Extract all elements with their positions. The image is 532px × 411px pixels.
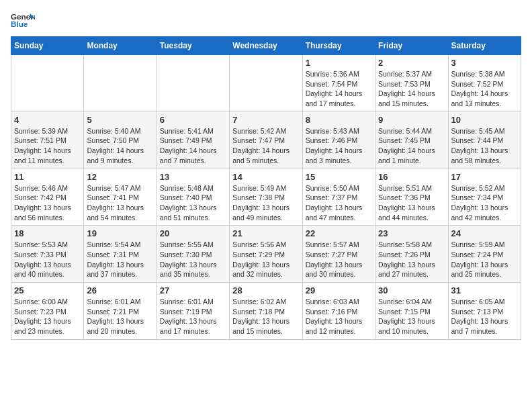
- day-info: Sunrise: 5:47 AM Sunset: 7:41 PM Dayligh…: [87, 183, 153, 223]
- page-header: General Blue: [11, 11, 521, 30]
- calendar-cell: 11Sunrise: 5:46 AM Sunset: 7:42 PM Dayli…: [11, 169, 84, 226]
- header-row: SundayMondayTuesdayWednesdayThursdayFrid…: [11, 37, 521, 55]
- day-info: Sunrise: 6:03 AM Sunset: 7:16 PM Dayligh…: [306, 297, 372, 336]
- column-header-saturday: Saturday: [448, 37, 521, 55]
- day-number: 24: [451, 228, 518, 238]
- day-info: Sunrise: 5:53 AM Sunset: 7:33 PM Dayligh…: [14, 240, 81, 279]
- day-info: Sunrise: 5:58 AM Sunset: 7:26 PM Dayligh…: [378, 240, 445, 279]
- calendar-cell: 25Sunrise: 6:00 AM Sunset: 7:23 PM Dayli…: [11, 283, 84, 340]
- calendar-cell: 14Sunrise: 5:49 AM Sunset: 7:38 PM Dayli…: [230, 169, 302, 226]
- day-number: 13: [160, 172, 226, 182]
- day-number: 18: [14, 228, 81, 238]
- day-number: 28: [232, 285, 299, 295]
- day-number: 31: [451, 285, 518, 295]
- calendar-week-4: 18Sunrise: 5:53 AM Sunset: 7:33 PM Dayli…: [11, 226, 521, 283]
- calendar-cell: 18Sunrise: 5:53 AM Sunset: 7:33 PM Dayli…: [11, 226, 84, 283]
- calendar-cell: [84, 55, 157, 112]
- column-header-thursday: Thursday: [302, 37, 375, 55]
- day-info: Sunrise: 5:54 AM Sunset: 7:31 PM Dayligh…: [87, 240, 153, 279]
- calendar-cell: 27Sunrise: 6:01 AM Sunset: 7:19 PM Dayli…: [157, 283, 229, 340]
- calendar-cell: [157, 55, 229, 112]
- calendar-cell: 10Sunrise: 5:45 AM Sunset: 7:44 PM Dayli…: [448, 111, 521, 169]
- day-info: Sunrise: 6:01 AM Sunset: 7:21 PM Dayligh…: [87, 297, 153, 336]
- calendar-week-2: 4Sunrise: 5:39 AM Sunset: 7:51 PM Daylig…: [11, 111, 521, 169]
- day-info: Sunrise: 6:00 AM Sunset: 7:23 PM Dayligh…: [14, 297, 81, 336]
- day-number: 15: [306, 172, 372, 182]
- calendar-cell: 22Sunrise: 5:57 AM Sunset: 7:27 PM Dayli…: [302, 226, 375, 283]
- day-number: 16: [378, 172, 445, 182]
- calendar-cell: 29Sunrise: 6:03 AM Sunset: 7:16 PM Dayli…: [302, 283, 375, 340]
- day-info: Sunrise: 6:01 AM Sunset: 7:19 PM Dayligh…: [160, 297, 226, 336]
- calendar-cell: 1Sunrise: 5:36 AM Sunset: 7:54 PM Daylig…: [302, 55, 375, 112]
- day-number: 25: [14, 285, 81, 295]
- day-number: 17: [451, 172, 518, 182]
- calendar-header: SundayMondayTuesdayWednesdayThursdayFrid…: [11, 37, 521, 55]
- calendar-cell: 7Sunrise: 5:42 AM Sunset: 7:47 PM Daylig…: [230, 111, 302, 169]
- day-info: Sunrise: 5:42 AM Sunset: 7:47 PM Dayligh…: [232, 126, 299, 166]
- calendar-cell: 21Sunrise: 5:56 AM Sunset: 7:29 PM Dayli…: [230, 226, 302, 283]
- svg-text:Blue: Blue: [11, 19, 28, 28]
- calendar-cell: 13Sunrise: 5:48 AM Sunset: 7:40 PM Dayli…: [157, 169, 229, 226]
- column-header-tuesday: Tuesday: [157, 37, 229, 55]
- day-info: Sunrise: 5:59 AM Sunset: 7:24 PM Dayligh…: [451, 240, 518, 279]
- day-number: 5: [87, 115, 153, 125]
- day-info: Sunrise: 5:55 AM Sunset: 7:30 PM Dayligh…: [160, 240, 226, 279]
- day-info: Sunrise: 5:45 AM Sunset: 7:44 PM Dayligh…: [451, 126, 518, 166]
- calendar-cell: [230, 55, 302, 112]
- day-number: 6: [160, 115, 226, 125]
- day-info: Sunrise: 5:44 AM Sunset: 7:45 PM Dayligh…: [378, 126, 445, 166]
- day-number: 20: [160, 228, 226, 238]
- day-number: 27: [160, 285, 226, 295]
- day-info: Sunrise: 5:46 AM Sunset: 7:42 PM Dayligh…: [14, 183, 81, 223]
- day-info: Sunrise: 5:43 AM Sunset: 7:46 PM Dayligh…: [306, 126, 372, 166]
- day-info: Sunrise: 5:48 AM Sunset: 7:40 PM Dayligh…: [160, 183, 226, 223]
- calendar-cell: 28Sunrise: 6:02 AM Sunset: 7:18 PM Dayli…: [230, 283, 302, 340]
- column-header-sunday: Sunday: [11, 37, 84, 55]
- day-info: Sunrise: 5:50 AM Sunset: 7:37 PM Dayligh…: [306, 183, 372, 223]
- day-info: Sunrise: 6:04 AM Sunset: 7:15 PM Dayligh…: [378, 297, 445, 336]
- day-number: 26: [87, 285, 153, 295]
- calendar-cell: 19Sunrise: 5:54 AM Sunset: 7:31 PM Dayli…: [84, 226, 157, 283]
- calendar-cell: 8Sunrise: 5:43 AM Sunset: 7:46 PM Daylig…: [302, 111, 375, 169]
- day-number: 21: [232, 228, 299, 238]
- calendar-cell: 2Sunrise: 5:37 AM Sunset: 7:53 PM Daylig…: [375, 55, 448, 112]
- day-info: Sunrise: 5:52 AM Sunset: 7:34 PM Dayligh…: [451, 183, 518, 223]
- calendar-cell: 26Sunrise: 6:01 AM Sunset: 7:21 PM Dayli…: [84, 283, 157, 340]
- day-number: 10: [451, 115, 518, 125]
- calendar-cell: [11, 55, 84, 112]
- day-info: Sunrise: 5:37 AM Sunset: 7:53 PM Dayligh…: [378, 69, 445, 109]
- calendar-cell: 17Sunrise: 5:52 AM Sunset: 7:34 PM Dayli…: [448, 169, 521, 226]
- day-info: Sunrise: 6:02 AM Sunset: 7:18 PM Dayligh…: [232, 297, 299, 336]
- day-info: Sunrise: 5:51 AM Sunset: 7:36 PM Dayligh…: [378, 183, 445, 223]
- day-number: 11: [14, 172, 81, 182]
- calendar-cell: 23Sunrise: 5:58 AM Sunset: 7:26 PM Dayli…: [375, 226, 448, 283]
- day-info: Sunrise: 6:05 AM Sunset: 7:13 PM Dayligh…: [451, 297, 518, 336]
- calendar-week-5: 25Sunrise: 6:00 AM Sunset: 7:23 PM Dayli…: [11, 283, 521, 340]
- day-number: 9: [378, 115, 445, 125]
- day-number: 14: [232, 172, 299, 182]
- calendar-week-3: 11Sunrise: 5:46 AM Sunset: 7:42 PM Dayli…: [11, 169, 521, 226]
- column-header-friday: Friday: [375, 37, 448, 55]
- calendar-cell: 5Sunrise: 5:40 AM Sunset: 7:50 PM Daylig…: [84, 111, 157, 169]
- day-info: Sunrise: 5:38 AM Sunset: 7:52 PM Dayligh…: [451, 69, 518, 109]
- day-info: Sunrise: 5:56 AM Sunset: 7:29 PM Dayligh…: [232, 240, 299, 279]
- day-number: 8: [306, 115, 372, 125]
- calendar-week-1: 1Sunrise: 5:36 AM Sunset: 7:54 PM Daylig…: [11, 55, 521, 112]
- logo: General Blue: [11, 11, 35, 30]
- day-number: 23: [378, 228, 445, 238]
- calendar-cell: 15Sunrise: 5:50 AM Sunset: 7:37 PM Dayli…: [302, 169, 375, 226]
- column-header-wednesday: Wednesday: [230, 37, 302, 55]
- calendar-cell: 12Sunrise: 5:47 AM Sunset: 7:41 PM Dayli…: [84, 169, 157, 226]
- day-number: 4: [14, 115, 81, 125]
- calendar-cell: 3Sunrise: 5:38 AM Sunset: 7:52 PM Daylig…: [448, 55, 521, 112]
- day-number: 19: [87, 228, 153, 238]
- day-info: Sunrise: 5:57 AM Sunset: 7:27 PM Dayligh…: [306, 240, 372, 279]
- day-number: 2: [378, 58, 445, 68]
- day-info: Sunrise: 5:36 AM Sunset: 7:54 PM Dayligh…: [306, 69, 372, 109]
- day-info: Sunrise: 5:49 AM Sunset: 7:38 PM Dayligh…: [232, 183, 299, 223]
- logo-icon: General Blue: [11, 11, 35, 30]
- day-info: Sunrise: 5:40 AM Sunset: 7:50 PM Dayligh…: [87, 126, 153, 166]
- calendar-cell: 30Sunrise: 6:04 AM Sunset: 7:15 PM Dayli…: [375, 283, 448, 340]
- day-info: Sunrise: 5:41 AM Sunset: 7:49 PM Dayligh…: [160, 126, 226, 166]
- day-info: Sunrise: 5:39 AM Sunset: 7:51 PM Dayligh…: [14, 126, 81, 166]
